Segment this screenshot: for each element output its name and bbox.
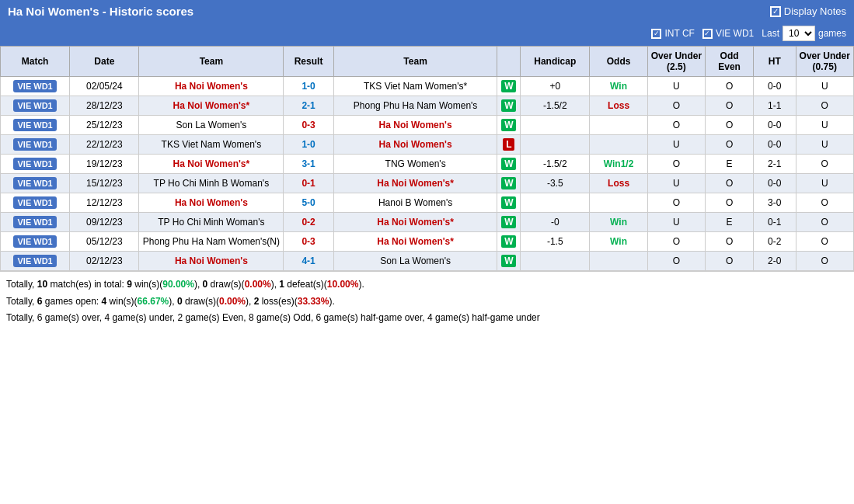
odd-even: O: [706, 232, 754, 252]
col-handicap: Handicap: [521, 47, 590, 77]
odds: Win: [590, 232, 647, 252]
table-row: VIE WD105/12/23Phong Phu Ha Nam Women's(…: [1, 232, 854, 252]
over-under-25: O: [647, 252, 705, 271]
odd-even: O: [706, 174, 754, 193]
match-date: 05/12/23: [70, 232, 139, 252]
odds: Win1/2: [590, 155, 647, 174]
win-loss: W: [497, 116, 521, 135]
odd-even: O: [706, 193, 754, 213]
over-under-25: U: [647, 174, 705, 193]
table-row: VIE WD112/12/23Ha Noi Women's5-0Hanoi B …: [1, 193, 854, 213]
table-row: VIE WD122/12/23TKS Viet Nam Women's1-0Ha…: [1, 135, 854, 155]
handicap: [521, 252, 590, 271]
team1-name: TP Ho Chi Minh B Woman's: [139, 174, 284, 193]
match-result: 0-3: [284, 116, 333, 135]
match-date: 02/05/24: [70, 77, 139, 96]
half-time: 0-0: [754, 77, 796, 96]
over-under-075: O: [796, 232, 853, 252]
odds: Loss: [590, 96, 647, 116]
half-time: 0-1: [754, 213, 796, 232]
odd-even: E: [706, 213, 754, 232]
summary-line3: Totally, 6 game(s) over, 4 game(s) under…: [6, 310, 848, 327]
win-loss: L: [497, 135, 521, 155]
match-date: 02/12/23: [70, 252, 139, 271]
odd-even: E: [706, 155, 754, 174]
over-under-25: O: [647, 96, 705, 116]
team1-name: Ha Noi Women's*: [139, 96, 284, 116]
match-badge: VIE WD1: [1, 174, 70, 193]
odd-even: O: [706, 116, 754, 135]
over-under-075: U: [796, 135, 853, 155]
col-ou25: Over Under (2.5): [647, 47, 705, 77]
table-row: VIE WD115/12/23TP Ho Chi Minh B Woman's0…: [1, 174, 854, 193]
odd-even: O: [706, 96, 754, 116]
half-time: 2-1: [754, 155, 796, 174]
match-date: 22/12/23: [70, 135, 139, 155]
last-label: Last: [762, 28, 779, 39]
over-under-25: U: [647, 135, 705, 155]
half-time: 2-0: [754, 252, 796, 271]
int-cf-checkbox[interactable]: [651, 29, 661, 39]
display-notes-checkbox[interactable]: [770, 6, 781, 17]
win-loss: W: [497, 96, 521, 116]
match-badge: VIE WD1: [1, 252, 70, 271]
team1-name: Ha Noi Women's: [139, 252, 284, 271]
over-under-075: U: [796, 77, 853, 96]
display-notes-checkbox-label[interactable]: Display Notes: [770, 5, 846, 17]
over-under-075: O: [796, 193, 853, 213]
team1-name: Ha Noi Women's*: [139, 155, 284, 174]
half-time: 3-0: [754, 193, 796, 213]
filters-bar: INT CF VIE WD1 Last 10 5 15 20 30 games: [0, 23, 854, 46]
odds: Loss: [590, 174, 647, 193]
over-under-075: O: [796, 252, 853, 271]
match-result: 4-1: [284, 252, 333, 271]
summary-section: Totally, 10 match(es) in total: 9 win(s)…: [0, 271, 854, 332]
team2-name: Hanoi B Women's: [333, 193, 497, 213]
col-team2: Team: [333, 47, 497, 77]
over-under-25: U: [647, 213, 705, 232]
team2-name: TNG Women's: [333, 155, 497, 174]
col-ou075: Over Under (0.75): [796, 47, 853, 77]
col-match: Match: [1, 47, 70, 77]
half-time: 0-0: [754, 116, 796, 135]
last-select[interactable]: 10 5 15 20 30: [783, 26, 815, 41]
handicap: [521, 193, 590, 213]
table-row: VIE WD125/12/23Son La Women's0-3Ha Noi W…: [1, 116, 854, 135]
team2-name: Ha Noi Women's: [333, 116, 497, 135]
handicap: -1.5/2: [521, 96, 590, 116]
win-loss: W: [497, 232, 521, 252]
match-date: 25/12/23: [70, 116, 139, 135]
odds: [590, 193, 647, 213]
match-result: 5-0: [284, 193, 333, 213]
match-date: 15/12/23: [70, 174, 139, 193]
odd-even: O: [706, 77, 754, 96]
col-ht: HT: [754, 47, 796, 77]
match-result: 3-1: [284, 155, 333, 174]
header: Ha Noi Women's - Historic scores Display…: [0, 0, 854, 23]
team1-name: Phong Phu Ha Nam Women's(N): [139, 232, 284, 252]
match-badge: VIE WD1: [1, 155, 70, 174]
over-under-075: U: [796, 116, 853, 135]
over-under-075: O: [796, 155, 853, 174]
handicap: -1.5/2: [521, 155, 590, 174]
vie-wd1-label: VIE WD1: [716, 28, 754, 39]
win-loss: W: [497, 213, 521, 232]
half-time: 0-0: [754, 135, 796, 155]
match-badge: VIE WD1: [1, 232, 70, 252]
over-under-25: O: [647, 232, 705, 252]
col-odd-even: Odd Even: [706, 47, 754, 77]
team2-name: Ha Noi Women's: [333, 135, 497, 155]
match-date: 19/12/23: [70, 155, 139, 174]
team2-name: Ha Noi Women's*: [333, 174, 497, 193]
handicap: -0: [521, 213, 590, 232]
vie-wd1-checkbox[interactable]: [702, 29, 713, 39]
summary-line2: Totally, 6 games open: 4 win(s)(66.67%),…: [6, 294, 848, 311]
display-notes-label: Display Notes: [784, 5, 846, 17]
match-date: 09/12/23: [70, 213, 139, 232]
team2-name: TKS Viet Nam Women's*: [333, 77, 497, 96]
vie-wd1-filter: VIE WD1: [702, 28, 754, 39]
header-title: Ha Noi Women's - Historic scores: [8, 5, 193, 18]
col-odds: Odds: [590, 47, 647, 77]
match-badge: VIE WD1: [1, 77, 70, 96]
team1-name: Ha Noi Women's: [139, 193, 284, 213]
